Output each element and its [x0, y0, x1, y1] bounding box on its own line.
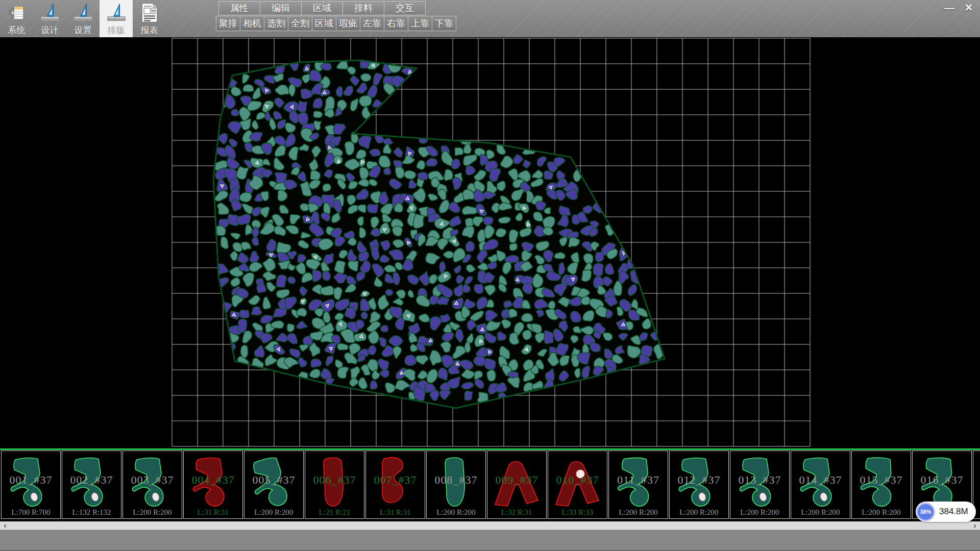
horizontal-scrollbar[interactable]: ‹ › [0, 521, 980, 530]
thumbnail-cell[interactable]: 010_#37 L:33 R:33 [548, 450, 607, 519]
thumbnail-cell[interactable]: 011_#37 L:200 R:200 [608, 450, 668, 519]
piece-thumbnail-strip: 001_#37 L:700 R:700 002_#37 L:132 R:132 … [0, 450, 980, 520]
system-button[interactable]: 系统 [0, 0, 33, 37]
system-label: 系统 [8, 24, 26, 36]
thumbnail-id: 007_#37 [366, 473, 425, 487]
tab-properties[interactable]: 属性 [218, 1, 260, 15]
thumbnail-lr: L:200 R:200 [123, 508, 182, 517]
thumbnail-lr: L:200 R:200 [730, 508, 789, 517]
thumbnail-lr: L:32 R:31 [487, 508, 546, 517]
settings-icon [72, 2, 94, 24]
thumbnail-lr: L:200 R:200 [427, 508, 485, 517]
thumbnail-id: 016_#37 [913, 473, 971, 487]
thumbnail-cell[interactable]: 003_#37 L:200 R:200 [122, 450, 182, 519]
layout-icon [105, 2, 128, 24]
thumbnail-id: 009_#37 [487, 473, 546, 487]
thumbnail-cell[interactable]: 007_#37 L:31 R:31 [365, 450, 425, 519]
window-controls: — ✕ [941, 1, 977, 14]
thumbnail-lr: L:31 R:31 [184, 508, 242, 517]
close-button[interactable]: ✕ [961, 1, 977, 14]
settings-label: 设置 [75, 24, 92, 36]
status-bar [0, 530, 980, 551]
tab-nesting[interactable]: 排料 [342, 1, 384, 15]
thumbnail-id: 002_#37 [62, 473, 121, 487]
minimize-button[interactable]: — [941, 1, 958, 14]
report-label: 报表 [141, 24, 158, 36]
button-snap-right[interactable]: 右靠 [384, 16, 408, 31]
thumbnail-lr: L:200 R:200 [609, 508, 668, 517]
tool-button-bar: 聚排 相机 选割 全割 区域 瑕疵 左靠 右靠 上靠 下靠 [216, 16, 456, 31]
report-icon [138, 2, 161, 24]
thumbnail-cell[interactable]: 008_#37 L:200 R:200 [426, 450, 486, 519]
thumbnail-id: 015_#37 [852, 473, 911, 487]
tab-region[interactable]: 区域 [301, 1, 343, 15]
thumbnail-lr: L:31 R:31 [366, 508, 425, 517]
thumbnail-cell[interactable]: 015_#37 L:200 R:200 [851, 450, 911, 519]
thumbnail-cell[interactable]: 005_#37 L:200 R:200 [244, 450, 304, 519]
progress-circle: 38% [916, 503, 935, 521]
button-select-cut[interactable]: 选割 [264, 16, 288, 31]
system-icon [6, 2, 28, 24]
thumbnail-lr: L:200 R:200 [852, 508, 911, 517]
button-cluster-nest[interactable]: 聚排 [216, 16, 240, 31]
button-snap-top[interactable]: 上靠 [408, 16, 432, 31]
thumbnail-id: 006_#37 [305, 473, 364, 487]
thumbnail-cell[interactable]: 013_#37 L:200 R:200 [730, 450, 790, 519]
button-snap-left[interactable]: 左靠 [360, 16, 384, 31]
thumbnail-cell[interactable]: 006_#37 L:21 R:21 [305, 450, 364, 519]
thumbnail-cell[interactable]: 002_#37 L:132 R:132 [62, 450, 121, 519]
tab-interaction[interactable]: 交互 [384, 1, 426, 15]
thumbnail-lr: L:200 R:200 [670, 508, 728, 517]
thumbnail-cell[interactable]: 009_#37 L:32 R:31 [487, 450, 547, 519]
hide-shape [213, 58, 665, 408]
thumbnail-lr: L:132 R:132 [62, 508, 121, 517]
thumbnail-id: 013_#37 [730, 473, 789, 487]
piece-shape [975, 452, 980, 515]
thumbnail-cell[interactable]: 001_#37 L:700 R:700 [1, 450, 61, 519]
button-snap-bottom[interactable]: 下靠 [432, 16, 456, 31]
thumbnail-id: 003_#37 [123, 473, 182, 487]
thumbnail-id: 010_#37 [548, 473, 607, 487]
status-badge: 38% 384.8M [916, 502, 976, 522]
nesting-canvas[interactable] [0, 37, 980, 448]
memory-usage: 384.8M [939, 507, 968, 517]
thumbnail-id: 012_#37 [670, 473, 728, 487]
app-toolbar: 系统 设计 [0, 0, 166, 37]
design-button[interactable]: 设计 [33, 0, 66, 37]
thumbnail-lr: L:33 R:33 [548, 508, 607, 517]
menu-tab-bar: 属性 编辑 区域 排料 交互 [218, 1, 426, 15]
settings-button[interactable]: 设置 [66, 0, 100, 37]
button-region[interactable]: 区域 [312, 16, 336, 31]
thumbnail-lr: L:200 R:200 [791, 508, 850, 517]
thumbnail-cell[interactable]: 004_#37 L:31 R:31 [183, 450, 243, 519]
scroll-left-arrow[interactable]: ‹ [1, 521, 9, 530]
thumbnail-lr: L:21 R:21 [305, 508, 364, 517]
thumbnail-lr: L:200 R:200 [244, 508, 303, 517]
thumbnail-id: 008_#37 [427, 473, 485, 487]
design-icon [39, 2, 61, 24]
layout-label: 排版 [108, 24, 125, 36]
thumbnail-id: 001_#37 [2, 473, 60, 487]
thumbnail-id: 011_#37 [609, 473, 668, 487]
thumbnail-id: 004_#37 [184, 473, 242, 487]
scroll-right-arrow[interactable]: › [971, 521, 979, 530]
layout-button[interactable]: 排版 [100, 0, 133, 37]
toolbar: 系统 设计 [0, 0, 980, 37]
button-cut-all[interactable]: 全割 [288, 16, 312, 31]
design-label: 设计 [41, 24, 59, 36]
tab-edit[interactable]: 编辑 [260, 1, 302, 15]
thumbnail-id: 005_#37 [244, 473, 303, 487]
thumbnail-lr: L:700 R:700 [2, 508, 60, 517]
button-defect[interactable]: 瑕疵 [336, 16, 360, 31]
thumbnail-cell[interactable]: 014_#37 L:200 R:200 [791, 450, 850, 519]
report-button[interactable]: 报表 [133, 0, 166, 37]
thumbnail-cell[interactable]: 012_#37 L:200 R:200 [669, 450, 729, 519]
application-window: 系统 设计 [0, 0, 980, 551]
thumbnail-id: 014_#37 [791, 473, 850, 487]
button-camera[interactable]: 相机 [240, 16, 264, 31]
